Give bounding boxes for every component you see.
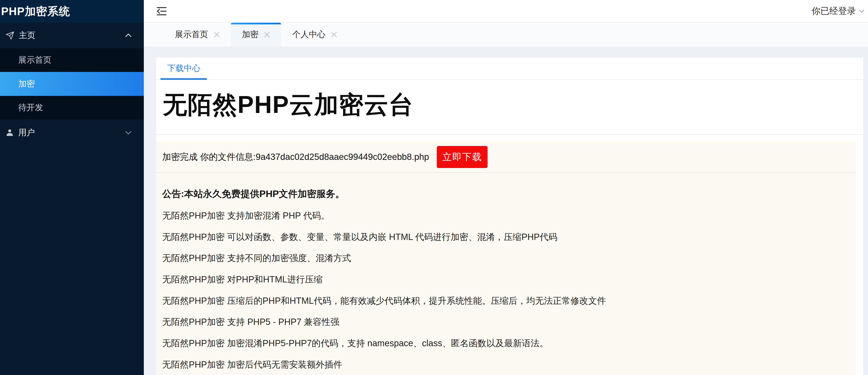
chevron-down-icon (125, 131, 132, 135)
tab-personal-center[interactable]: 个人中心 (281, 23, 348, 47)
content-card: 下载中心 无陌然PHP云加密云台 加密完成 你的文件信息:9a437dac02d… (156, 58, 863, 375)
sidebar-item-todev[interactable]: 待开发 (0, 96, 144, 120)
announcement-line: 无陌然PHP加密 压缩后的PHP和HTML代码，能有效减少代码体积，提升系统性能… (162, 294, 849, 307)
divider (156, 172, 856, 173)
app-title: PHP加密系统 (0, 0, 144, 23)
close-icon[interactable] (264, 32, 270, 37)
announcement-line: 公告:本站永久免费提供PHP文件加密服务。 (162, 187, 849, 201)
main-area: 你已经登录 展示首页 加密 个人中心 (144, 0, 868, 375)
sidebar-item-label: 主页 (19, 30, 35, 41)
login-status-label: 你已经登录 (812, 5, 856, 17)
tab-label: 个人中心 (292, 29, 326, 40)
paper-plane-icon (6, 31, 14, 40)
announcement-line: 无陌然PHP加密 加密混淆PHP5-PHP7的代码，支持 namespace、c… (162, 337, 849, 349)
tab-download-center[interactable]: 下载中心 (160, 58, 207, 79)
close-icon[interactable] (331, 32, 337, 37)
person-icon (6, 128, 14, 137)
file-status-text: 加密完成 你的文件信息:9a437dac02d25d8aaec99449c02e… (162, 151, 429, 163)
page-header: 无陌然PHP云加密云台 (156, 80, 863, 135)
sidebar-item-encrypt[interactable]: 加密 (0, 72, 144, 96)
top-header: 你已经登录 (144, 0, 868, 23)
announcement-line: 无陌然PHP加密 对PHP和HTML进行压缩 (162, 273, 849, 285)
chevron-up-icon (125, 33, 132, 37)
announcement-line: 无陌然PHP加密 支持 PHP5 - PHP7 兼容性强 (162, 316, 849, 328)
sidebar-item-show-home[interactable]: 展示首页 (0, 48, 144, 72)
file-status-row: 加密完成 你的文件信息:9a437dac02d25d8aaec99449c02e… (162, 146, 849, 168)
tab-label: 展示首页 (175, 29, 208, 40)
sidebar-item-home[interactable]: 主页 (0, 23, 144, 48)
announcement-line: 无陌然PHP加密 支持加密混淆 PHP 代码。 (162, 209, 849, 222)
download-now-button[interactable]: 立即下载 (437, 146, 488, 168)
sidebar-submenu: 展示首页 加密 待开发 (0, 48, 144, 120)
collapse-sidebar-icon[interactable] (156, 6, 167, 16)
content-area: 下载中心 无陌然PHP云加密云台 加密完成 你的文件信息:9a437dac02d… (144, 47, 868, 375)
tab-show-home[interactable]: 展示首页 (164, 23, 231, 47)
page-title: 无陌然PHP云加密云台 (163, 91, 863, 119)
sidebar-item-user[interactable]: 用户 (0, 119, 144, 145)
open-tabs-bar: 展示首页 加密 个人中心 (144, 23, 868, 47)
inner-tabs-bar: 下载中心 (156, 58, 863, 80)
announcement-line: 无陌然PHP加密 加密后代码无需安装额外插件 (162, 358, 849, 371)
announcement-line: 无陌然PHP加密 可以对函数、参数、变量、常量以及内嵌 HTML 代码进行加密、… (162, 231, 849, 243)
tab-label: 加密 (242, 29, 259, 40)
close-icon[interactable] (214, 32, 220, 37)
account-menu[interactable]: 你已经登录 (812, 5, 866, 17)
chevron-down-icon (859, 9, 865, 13)
sidebar: PHP加密系统 主页 展示首页 加密 待开发 用户 (0, 0, 144, 375)
download-section: 加密完成 你的文件信息:9a437dac02d25d8aaec99449c02e… (156, 142, 856, 375)
announcement-line: 无陌然PHP加密 支持不同的加密强度、混淆方式 (162, 252, 849, 264)
sidebar-item-label: 用户 (18, 127, 35, 138)
tab-encrypt[interactable]: 加密 (231, 23, 281, 47)
app-window: PHP加密系统 主页 展示首页 加密 待开发 用户 (0, 0, 868, 375)
